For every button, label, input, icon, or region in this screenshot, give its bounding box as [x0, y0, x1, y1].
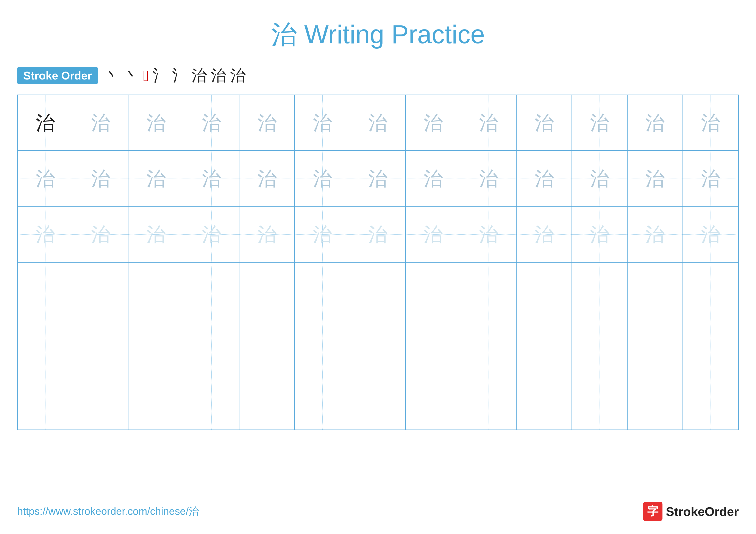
grid-cell[interactable]	[184, 263, 239, 318]
grid-cell[interactable]: 治	[239, 95, 295, 150]
grid-cell[interactable]	[239, 263, 295, 318]
grid-row-1: 治 治 治 治 治 治 治 治 治 治 治 治 治	[18, 95, 738, 151]
grid-cell[interactable]: 治	[18, 95, 73, 150]
stroke-sequence: 丶 丶 𠃌 氵 氵 治 治 治	[104, 65, 246, 86]
grid-cell[interactable]	[683, 374, 738, 429]
grid-cell[interactable]: 治	[295, 151, 350, 206]
grid-cell[interactable]	[572, 374, 627, 429]
stroke-4: 氵	[152, 65, 168, 86]
grid-row-3: 治 治 治 治 治 治 治 治 治 治 治 治 治	[18, 207, 738, 262]
grid-cell[interactable]: 治	[517, 207, 572, 262]
grid-cell[interactable]	[350, 263, 406, 318]
grid-cell[interactable]	[73, 263, 128, 318]
grid-cell[interactable]	[128, 263, 184, 318]
grid-cell[interactable]	[683, 318, 738, 374]
grid-cell[interactable]	[128, 374, 184, 429]
grid-row-6	[18, 374, 738, 429]
grid-cell[interactable]	[406, 263, 461, 318]
stroke-2: 丶	[124, 65, 139, 86]
grid-cell[interactable]: 治	[350, 151, 406, 206]
grid-cell[interactable]	[572, 263, 627, 318]
grid-cell[interactable]: 治	[683, 151, 738, 206]
grid-cell[interactable]	[628, 374, 683, 429]
grid-cell[interactable]: 治	[461, 151, 517, 206]
grid-cell[interactable]: 治	[406, 151, 461, 206]
stroke-3: 𠃌	[143, 67, 149, 85]
grid-cell[interactable]: 治	[350, 207, 406, 262]
stroke-8: 治	[230, 65, 246, 86]
stroke-order-section: Stroke Order 丶 丶 𠃌 氵 氵 治 治 治	[0, 65, 756, 86]
stroke-order-badge: Stroke Order	[17, 67, 98, 84]
grid-cell[interactable]: 治	[73, 95, 128, 150]
grid-row-5	[18, 318, 738, 374]
grid-cell[interactable]	[128, 318, 184, 374]
grid-cell[interactable]: 治	[18, 207, 73, 262]
grid-cell[interactable]: 治	[572, 151, 627, 206]
grid-cell[interactable]: 治	[128, 207, 184, 262]
grid-cell[interactable]: 治	[184, 207, 239, 262]
grid-cell[interactable]: 治	[461, 95, 517, 150]
grid-cell[interactable]: 治	[406, 95, 461, 150]
grid-cell[interactable]: 治	[128, 95, 184, 150]
grid-cell[interactable]: 治	[295, 95, 350, 150]
grid-cell[interactable]: 治	[128, 151, 184, 206]
grid-cell[interactable]: 治	[517, 151, 572, 206]
grid-cell[interactable]	[517, 374, 572, 429]
grid-cell[interactable]: 治	[683, 207, 738, 262]
grid-cell[interactable]: 治	[572, 207, 627, 262]
stroke-6: 治	[191, 65, 207, 86]
logo-name: StrokeOrder	[666, 504, 739, 519]
stroke-1: 丶	[104, 65, 120, 86]
grid-cell[interactable]	[239, 374, 295, 429]
title-text: 治 Writing Practice	[271, 20, 485, 49]
grid-cell[interactable]	[350, 318, 406, 374]
grid-cell[interactable]: 治	[683, 95, 738, 150]
grid-cell[interactable]	[572, 318, 627, 374]
grid-cell[interactable]	[350, 374, 406, 429]
grid-cell[interactable]	[517, 318, 572, 374]
grid-cell[interactable]	[73, 318, 128, 374]
grid-cell[interactable]	[295, 263, 350, 318]
grid-cell[interactable]	[295, 374, 350, 429]
grid-cell[interactable]	[517, 263, 572, 318]
grid-cell[interactable]	[295, 318, 350, 374]
grid-cell[interactable]: 治	[517, 95, 572, 150]
grid-cell[interactable]: 治	[184, 151, 239, 206]
grid-cell[interactable]	[628, 318, 683, 374]
grid-cell[interactable]	[239, 318, 295, 374]
grid-cell[interactable]	[184, 318, 239, 374]
grid-cell[interactable]	[461, 263, 517, 318]
grid-cell[interactable]	[18, 374, 73, 429]
footer-logo: 字 StrokeOrder	[643, 502, 739, 521]
grid-cell[interactable]	[461, 374, 517, 429]
grid-cell[interactable]	[184, 374, 239, 429]
grid-cell[interactable]: 治	[461, 207, 517, 262]
grid-cell[interactable]	[73, 374, 128, 429]
grid-cell[interactable]: 治	[18, 151, 73, 206]
practice-grid: 治 治 治 治 治 治 治 治 治 治 治 治 治 治 治 治 治 治 治 治 …	[17, 94, 739, 430]
grid-cell[interactable]: 治	[350, 95, 406, 150]
grid-cell[interactable]	[406, 374, 461, 429]
grid-cell[interactable]	[18, 318, 73, 374]
grid-cell[interactable]: 治	[406, 207, 461, 262]
grid-cell[interactable]: 治	[239, 151, 295, 206]
grid-cell[interactable]: 治	[184, 95, 239, 150]
grid-cell[interactable]: 治	[73, 207, 128, 262]
grid-cell[interactable]: 治	[628, 95, 683, 150]
grid-cell[interactable]	[406, 318, 461, 374]
grid-row-4	[18, 263, 738, 318]
grid-cell[interactable]	[628, 263, 683, 318]
grid-cell[interactable]: 治	[73, 151, 128, 206]
footer-url: https://www.strokeorder.com/chinese/治	[17, 504, 199, 518]
stroke-7: 治	[211, 65, 226, 86]
grid-cell[interactable]	[683, 263, 738, 318]
grid-cell[interactable]: 治	[295, 207, 350, 262]
grid-cell[interactable]: 治	[572, 95, 627, 150]
grid-cell[interactable]: 治	[628, 151, 683, 206]
footer: https://www.strokeorder.com/chinese/治 字 …	[17, 502, 739, 521]
grid-cell[interactable]: 治	[239, 207, 295, 262]
grid-cell[interactable]: 治	[628, 207, 683, 262]
grid-cell[interactable]	[461, 318, 517, 374]
stroke-5: 氵	[172, 65, 187, 86]
grid-cell[interactable]	[18, 263, 73, 318]
